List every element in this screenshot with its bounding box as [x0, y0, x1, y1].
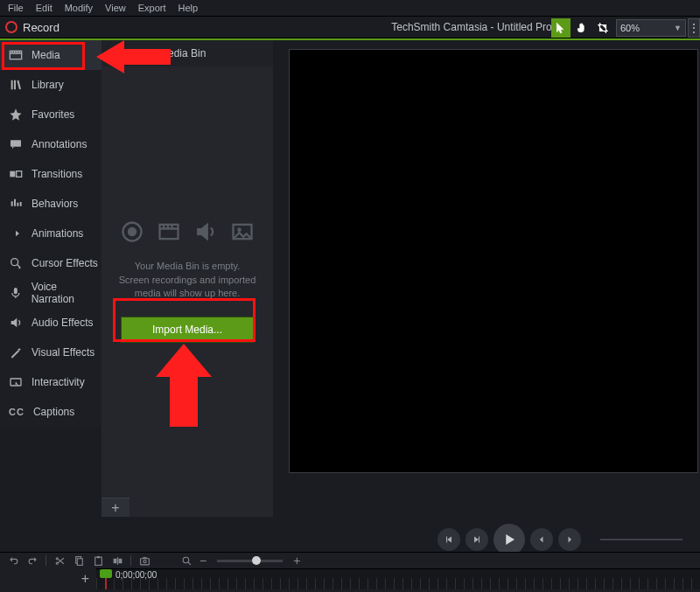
- record-clip-icon: [120, 219, 144, 244]
- chevron-right-icon: [564, 534, 575, 545]
- playhead-line: [105, 578, 107, 589]
- ruler-ticks: [96, 578, 700, 589]
- sidebar-item-label: Annotations: [32, 138, 87, 150]
- sidebar-item-label: Visual Effects: [32, 346, 94, 359]
- sidebar-item-label: Audio Effects: [32, 317, 94, 329]
- sidebar-item-visual-effects[interactable]: Visual Effects: [0, 338, 102, 367]
- empty-heading: Your Media Bin is empty.: [135, 260, 240, 274]
- svg-point-12: [56, 557, 58, 559]
- svg-point-8: [128, 227, 136, 235]
- sidebar-item-label: Transitions: [32, 168, 82, 180]
- cut-button[interactable]: [53, 554, 66, 567]
- svg-rect-3: [17, 171, 22, 178]
- cursor-icon: [9, 256, 23, 270]
- timeline-ruler[interactable]: 0;00;00;00: [96, 568, 700, 589]
- tool-select-button[interactable]: [551, 18, 570, 38]
- timeline-area: − + + 0;00;00;00: [0, 552, 700, 592]
- sidebar-item-label: Animations: [32, 227, 83, 240]
- menu-help[interactable]: Help: [172, 2, 205, 14]
- separator: [130, 555, 131, 566]
- svg-point-23: [183, 557, 189, 563]
- paste-button[interactable]: [92, 554, 104, 567]
- tool-pan-button[interactable]: [572, 18, 592, 38]
- sidebar-item-voice-narration[interactable]: Voice Narration: [0, 278, 102, 308]
- empty-subtext: Screen recordings and imported media wil…: [114, 274, 261, 302]
- media-icon: [9, 48, 23, 62]
- arrow-left-icon: [96, 38, 171, 75]
- play-button[interactable]: [494, 524, 525, 555]
- menu-view[interactable]: View: [99, 2, 132, 14]
- sidebar-item-label: Media: [32, 49, 60, 61]
- step-fwd-icon: [472, 534, 482, 545]
- timecode-label: 0;00;00;00: [116, 570, 157, 580]
- menu-file[interactable]: File: [2, 2, 30, 14]
- prev-marker-button[interactable]: [530, 528, 553, 551]
- sidebar-item-captions[interactable]: CC Captions: [0, 397, 102, 427]
- sidebar-item-cursor-effects[interactable]: Cursor Effects: [0, 248, 102, 278]
- timeline-zoom-out[interactable]: −: [200, 554, 206, 568]
- plus-icon: +: [81, 571, 89, 587]
- timeline-zoom-in[interactable]: +: [293, 554, 300, 568]
- svg-rect-22: [143, 557, 146, 559]
- timeline-zoom-fit[interactable]: [180, 554, 192, 567]
- sidebar-item-annotations[interactable]: Annotations: [0, 129, 102, 159]
- crop-icon: [597, 22, 609, 34]
- next-marker-button[interactable]: [558, 528, 581, 551]
- svg-point-11: [238, 228, 242, 232]
- undo-button[interactable]: [7, 554, 19, 567]
- record-bar: Record TechSmith Camtasia - Untitled Pro…: [0, 16, 700, 38]
- sidebar-item-animations[interactable]: Animations: [0, 219, 102, 248]
- audio-icon: [9, 316, 23, 330]
- split-icon: [112, 555, 123, 567]
- playhead[interactable]: [100, 569, 112, 589]
- image-clip-icon: [230, 219, 255, 244]
- sidebar-item-label: Cursor Effects: [32, 257, 98, 269]
- sidebar-item-interactivity[interactable]: Interactivity: [0, 367, 102, 397]
- canvas-more-button[interactable]: ⋮: [688, 18, 700, 38]
- vdots-icon: ⋮: [689, 22, 699, 34]
- sidebar-item-transitions[interactable]: Transitions: [0, 159, 102, 189]
- zoom-value: 60%: [620, 23, 640, 33]
- next-frame-button[interactable]: [466, 528, 488, 551]
- menu-modify[interactable]: Modify: [59, 2, 99, 14]
- copy-button[interactable]: [73, 554, 85, 567]
- add-media-button[interactable]: +: [102, 498, 130, 517]
- mic-icon: [9, 286, 23, 300]
- sidebar-item-audio-effects[interactable]: Audio Effects: [0, 308, 102, 338]
- timeline-zoom-slider[interactable]: [217, 560, 283, 562]
- plus-icon: +: [111, 500, 119, 516]
- record-label: Record: [23, 21, 60, 34]
- sidebar-item-label: Voice Narration: [32, 281, 102, 305]
- prev-frame-button[interactable]: [438, 528, 460, 551]
- wand-icon: [9, 345, 23, 359]
- canvas-tools: 60% ▼ ⋮: [550, 17, 700, 39]
- sidebar-item-label: Interactivity: [32, 376, 85, 388]
- sidebar: Media Library Favorites Annotations Tran…: [0, 40, 102, 427]
- undo-icon: [8, 555, 19, 567]
- menu-export[interactable]: Export: [132, 2, 172, 14]
- pointer-icon: [555, 22, 567, 34]
- sidebar-item-media[interactable]: Media: [0, 40, 102, 70]
- svg-point-21: [143, 560, 145, 562]
- split-button[interactable]: [111, 554, 123, 567]
- snapshot-button[interactable]: [138, 554, 150, 567]
- sidebar-item-label: Captions: [33, 406, 74, 418]
- sidebar-item-behaviors[interactable]: Behaviors: [0, 189, 102, 219]
- record-button[interactable]: Record: [0, 21, 60, 34]
- redo-button[interactable]: [26, 554, 38, 567]
- sidebar-item-library[interactable]: Library: [0, 70, 102, 100]
- play-icon: [501, 532, 517, 547]
- annotation-arrow-left: [96, 38, 171, 79]
- canvas-preview[interactable]: [289, 49, 698, 473]
- add-track-button[interactable]: +: [0, 571, 96, 587]
- canvas-zoom-select[interactable]: 60% ▼: [616, 19, 686, 37]
- tool-crop-button[interactable]: [593, 18, 612, 38]
- svg-rect-1: [10, 140, 21, 146]
- copy-icon: [74, 555, 85, 567]
- menu-edit[interactable]: Edit: [30, 2, 59, 14]
- volume-slider[interactable]: [600, 539, 682, 540]
- sidebar-item-label: Behaviors: [32, 198, 78, 210]
- sidebar-item-favorites[interactable]: Favorites: [0, 100, 102, 129]
- import-media-button[interactable]: Import Media...: [121, 317, 254, 343]
- svg-point-13: [56, 562, 58, 564]
